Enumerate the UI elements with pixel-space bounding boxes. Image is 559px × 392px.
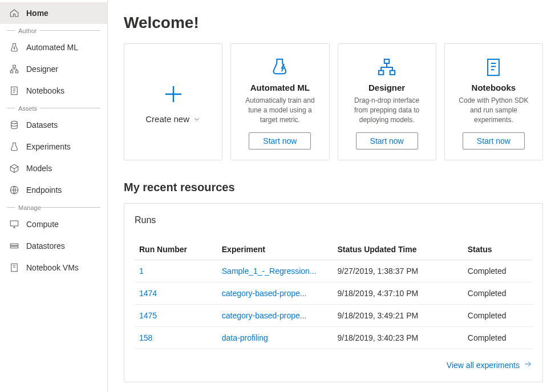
run-number-link[interactable]: 1 [135, 260, 217, 282]
experiment-link[interactable]: Sample_1_-_Regression... [217, 260, 333, 282]
view-all-row: View all experiments [135, 359, 532, 370]
create-new-label: Create new [145, 114, 189, 124]
col-run-number[interactable]: Run Number [135, 239, 217, 260]
nav-datastores-label: Datastores [26, 241, 65, 250]
nav-experiments-label: Experiments [26, 142, 71, 151]
sidebar: Home Author Automated ML Designer Notebo… [0, 0, 108, 392]
table-row: 158 data-profiling 9/18/2019, 3:40:23 PM… [135, 327, 532, 349]
card-designer-desc: Drag-n-drop interface from prepping data… [345, 96, 429, 124]
svg-rect-13 [488, 59, 499, 75]
svg-rect-2 [15, 71, 18, 73]
recent-resources-title: My recent resources [124, 181, 543, 194]
monitor-icon [9, 219, 19, 229]
card-notebooks-title: Notebooks [472, 83, 516, 92]
nav-notebooks[interactable]: Notebooks [0, 80, 107, 102]
storage-icon [9, 241, 19, 251]
beaker-icon [9, 142, 19, 152]
group-manage-label: Manage [0, 201, 107, 213]
chevron-down-icon [193, 115, 201, 123]
table-row: 1475 category-based-prope... 9/18/2019, … [135, 305, 532, 327]
svg-rect-9 [11, 264, 18, 272]
home-icon [9, 8, 19, 18]
nav-models[interactable]: Models [0, 157, 107, 179]
welcome-title: Welcome! [124, 14, 543, 32]
status-time: 9/27/2019, 1:38:37 PM [333, 260, 463, 282]
svg-rect-1 [10, 71, 13, 73]
status: Completed [463, 260, 532, 282]
server-icon [9, 262, 19, 273]
nav-automated-ml-label: Automated ML [26, 43, 78, 52]
nav-notebook-vms[interactable]: Notebook VMs [0, 257, 107, 278]
create-new-card[interactable]: Create new [124, 43, 222, 160]
nav-home-label: Home [26, 9, 48, 18]
card-designer-title: Designer [368, 83, 405, 92]
card-designer-button[interactable]: Start now [356, 132, 418, 149]
svg-rect-7 [10, 244, 18, 245]
svg-rect-6 [10, 221, 18, 226]
run-number-link[interactable]: 1474 [135, 282, 217, 305]
globe-icon [9, 185, 19, 195]
table-row: 1 Sample_1_-_Regression... 9/27/2019, 1:… [135, 260, 532, 282]
card-notebooks: Notebooks Code with Python SDK and run s… [444, 43, 543, 160]
svg-point-4 [11, 121, 18, 124]
card-automated-ml: Automated ML Automatically train and tun… [230, 43, 329, 160]
main-content: Welcome! Create new Automated ML Automat… [108, 0, 559, 392]
nav-endpoints[interactable]: Endpoints [0, 179, 107, 201]
runs-panel: Runs Run Number Experiment Status Update… [124, 203, 543, 382]
svg-rect-11 [379, 71, 384, 75]
run-number-link[interactable]: 158 [135, 327, 217, 349]
nav-endpoints-label: Endpoints [26, 185, 62, 195]
automl-icon [269, 56, 291, 78]
nav-designer[interactable]: Designer [0, 58, 107, 80]
card-automated-ml-title: Automated ML [250, 83, 310, 92]
status: Completed [463, 305, 532, 327]
runs-table: Run Number Experiment Status Updated Tim… [135, 239, 532, 349]
cube-icon [9, 163, 19, 173]
svg-rect-0 [13, 65, 16, 67]
view-all-experiments-link[interactable]: View all experiments [447, 359, 532, 370]
table-row: 1474 category-based-prope... 9/18/2019, … [135, 282, 532, 305]
plus-icon [161, 82, 185, 106]
run-number-link[interactable]: 1475 [135, 305, 217, 327]
nav-datasets[interactable]: Datasets [0, 114, 107, 136]
col-experiment[interactable]: Experiment [217, 239, 333, 260]
group-assets-label: Assets [0, 102, 107, 114]
card-automated-ml-button[interactable]: Start now [249, 132, 311, 149]
experiment-link[interactable]: data-profiling [217, 327, 333, 349]
card-notebooks-desc: Code with Python SDK and run sample expe… [452, 96, 536, 124]
nav-experiments[interactable]: Experiments [0, 136, 107, 157]
view-all-label: View all experiments [447, 361, 520, 370]
nav-designer-label: Designer [26, 64, 58, 74]
col-status-time[interactable]: Status Updated Time [333, 239, 463, 260]
status-time: 9/18/2019, 3:49:21 PM [333, 305, 463, 327]
notebook-icon [9, 86, 19, 96]
designer-icon [376, 56, 398, 78]
experiment-link[interactable]: category-based-prope... [217, 282, 333, 305]
status-time: 9/18/2019, 4:37:10 PM [333, 282, 463, 305]
nav-compute-label: Compute [26, 220, 59, 229]
col-status[interactable]: Status [463, 239, 532, 260]
arrow-right-icon [523, 359, 532, 370]
nav-home[interactable]: Home [0, 2, 107, 24]
nav-datasets-label: Datasets [26, 120, 58, 130]
status-time: 9/18/2019, 3:40:23 PM [333, 327, 463, 349]
card-automated-ml-desc: Automatically train and tune a model usi… [238, 96, 322, 124]
status: Completed [463, 282, 532, 305]
nav-compute[interactable]: Compute [0, 213, 107, 235]
svg-rect-12 [390, 71, 395, 75]
experiment-link[interactable]: category-based-prope... [217, 305, 333, 327]
card-notebooks-button[interactable]: Start now [463, 132, 525, 149]
svg-rect-8 [10, 246, 18, 248]
database-icon [9, 120, 19, 130]
nav-automated-ml[interactable]: Automated ML [0, 37, 107, 58]
quickstart-cards: Create new Automated ML Automatically tr… [124, 43, 543, 160]
create-new-dropdown[interactable]: Create new [145, 114, 201, 124]
nav-datastores[interactable]: Datastores [0, 235, 107, 257]
nav-models-label: Models [26, 164, 52, 173]
flask-lightning-icon [9, 42, 19, 52]
runs-panel-title: Runs [135, 215, 532, 225]
notebooks-icon [483, 56, 504, 78]
card-designer: Designer Drag-n-drop interface from prep… [338, 43, 436, 160]
nav-notebook-vms-label: Notebook VMs [26, 263, 79, 272]
status: Completed [463, 327, 532, 349]
